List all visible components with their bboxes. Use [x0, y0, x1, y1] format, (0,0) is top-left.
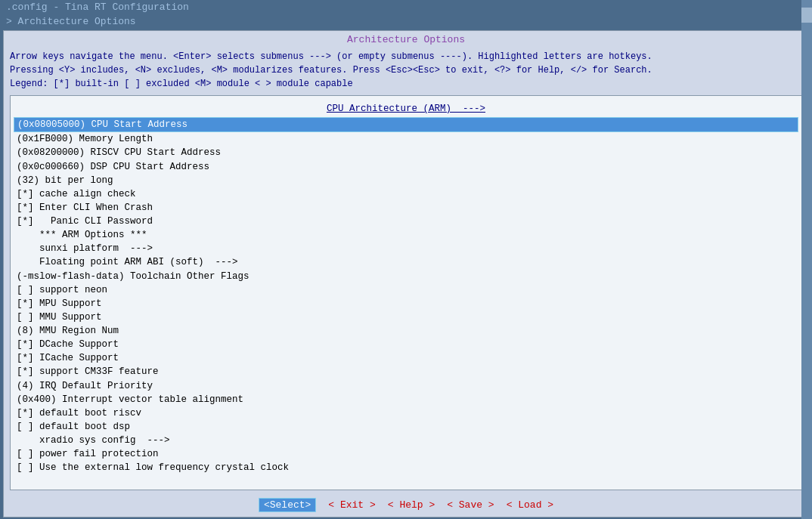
help-line-3: Legend: [*] built-in [ ] excluded <M> mo… [10, 77, 802, 91]
menu-item-enter-cli[interactable]: [*] Enter CLI When Crash [14, 201, 798, 215]
select-button[interactable]: <Select> [259, 498, 316, 512]
menu-item-floating-point[interactable]: Floating point ARM ABI (soft) ---> [14, 255, 798, 269]
menu-item-toolchain-flags[interactable]: (-mslow-flash-data) Toolchain Other Flag… [14, 270, 798, 283]
help-text-area: Arrow keys navigate the menu. <Enter> se… [4, 48, 808, 92]
menu-item-riscv-start[interactable]: (0x08200000) RISCV CPU Start Address [14, 146, 798, 159]
app-title: .config - Tina RT Configuration [6, 2, 189, 13]
menu-item-mmu-support[interactable]: [ ] MMU Support [14, 310, 798, 324]
menu-item-sunxi-platform[interactable]: sunxi platform ---> [14, 242, 798, 255]
breadcrumb: > Architecture Options [0, 14, 812, 29]
menu-item-cache-align[interactable]: [*] cache align check [14, 187, 798, 201]
menu-item-irq-priority[interactable]: (4) IRQ Default Priority [14, 379, 798, 393]
menu-item-default-boot-dsp[interactable]: [ ] default boot dsp [14, 420, 798, 434]
menu-item-interrupt-vector[interactable]: (0x400) Interrupt vector table alignment [14, 393, 798, 406]
title-bar: .config - Tina RT Configuration [0, 0, 812, 14]
menu-item-bit-long[interactable]: (32) bit per long [14, 174, 798, 187]
cpu-architecture-title: CPU Architecture (ARM) ---> [14, 102, 798, 116]
menu-item-panic-cli[interactable]: [*] Panic CLI Password [14, 215, 798, 228]
content-area: CPU Architecture (ARM) ---> (0x08005000)… [10, 95, 802, 490]
menu-item-icache[interactable]: [*] ICache Support [14, 351, 798, 365]
menu-item-mmu-region[interactable]: (8) MMU Region Num [14, 324, 798, 338]
help-line-1: Arrow keys navigate the menu. <Enter> se… [10, 50, 802, 63]
window-title: Architecture Options [4, 31, 808, 48]
menu-item-dcache[interactable]: [*] DCache Support [14, 338, 798, 351]
menu-item-support-neon[interactable]: [ ] support neon [14, 283, 798, 297]
exit-button[interactable]: < Exit > [328, 499, 375, 511]
menu-item-arm-options: *** ARM Options *** [14, 228, 798, 242]
scrollbar[interactable] [801, 0, 812, 519]
menu-item-cm33f[interactable]: [*] support CM33F feature [14, 365, 798, 378]
help-button[interactable]: < Help > [388, 499, 435, 511]
load-button[interactable]: < Load > [507, 499, 553, 511]
help-line-2: Pressing <Y> includes, <N> excludes, <M>… [10, 63, 802, 77]
menu-item-mem-length[interactable]: (0x1FB000) Memory Length [14, 132, 798, 146]
bottom-bar: <Select> < Exit > < Help > < Save > < Lo… [4, 493, 808, 517]
menu-item-default-boot-riscv[interactable]: [*] default boot riscv [14, 406, 798, 420]
menu-item-cpu-start[interactable]: (0x08005000) CPU Start Address [14, 117, 798, 132]
main-window: Architecture Options Arrow keys navigate… [3, 30, 809, 517]
breadcrumb-text: > Architecture Options [6, 16, 136, 27]
menu-item-dsp-start[interactable]: (0x0c000660) DSP CPU Start Address [14, 160, 798, 174]
app-container: .config - Tina RT Configuration > Archit… [0, 0, 812, 519]
menu-item-power-fail[interactable]: [ ] power fail protection [14, 447, 798, 461]
scrollbar-thumb[interactable] [801, 8, 812, 23]
save-button[interactable]: < Save > [447, 499, 494, 511]
menu-item-mpu-support[interactable]: [*] MPU Support [14, 297, 798, 310]
menu-item-xradio-sys[interactable]: xradio sys config ---> [14, 434, 798, 447]
menu-item-external-crystal[interactable]: [ ] Use the external low frequency cryst… [14, 461, 798, 474]
